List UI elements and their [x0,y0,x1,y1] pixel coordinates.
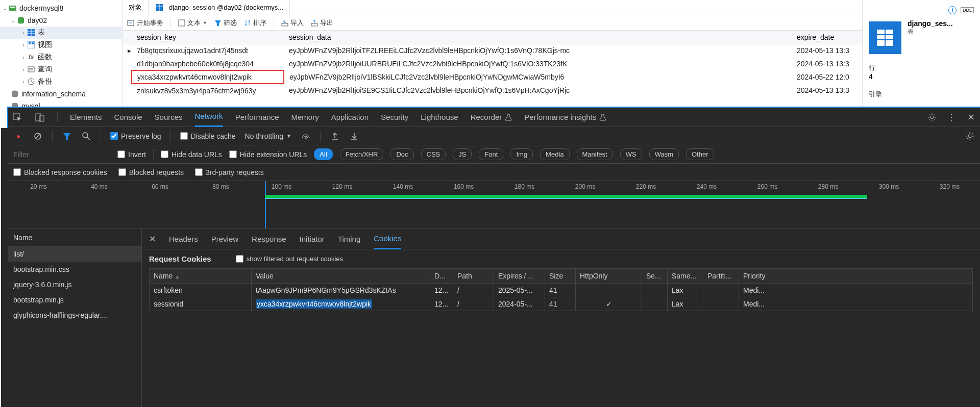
cookie-cell[interactable] [703,297,739,311]
request-item[interactable]: jquery-3.6.0.min.js [8,277,141,292]
cookie-cell[interactable]: 2025-05-... [494,284,545,297]
cookie-col-header[interactable]: Name▲ [150,269,252,284]
device-toggle-icon[interactable] [35,112,45,122]
hide-data-urls-checkbox[interactable]: Hide data URLs [161,150,222,159]
cell-expire-date[interactable]: 2024-05-13 13:3 [792,57,862,70]
cell-session-data[interactable]: eyJpbWFnZV9jb2RlIjoiV1lBSkkiLCJfc2Vzc2lv… [284,70,792,84]
begin-transaction-button[interactable]: 开始事务 [127,18,163,28]
cell-session-key[interactable]: yxca34xrzpwkvrt46cmwov8lnjt2wpik [132,70,284,84]
chip-doc[interactable]: Doc [390,148,413,160]
cookie-cell[interactable] [576,284,642,297]
chip-css[interactable]: CSS [421,148,446,160]
cookie-cell[interactable]: Lax [668,284,703,297]
table-row[interactable]: ▸7b8qtqcsrixuxujqzwo1adnt7j45nsdteyJpbWF… [122,44,862,57]
request-list-header[interactable]: Name [8,229,141,246]
throttling-select[interactable]: No throttling ▼ [245,132,291,140]
blocked-response-cookies-checkbox[interactable]: Blocked response cookies [13,168,107,176]
text-button[interactable]: 文本 ▼ [178,18,207,28]
cell-session-data[interactable]: eyJpbWFnZV9jb2RlIjoiTFZLREEiLCJfc2Vzc2lv… [284,44,792,57]
cookie-cell[interactable] [642,297,668,311]
detail-tab-cookies[interactable]: Cookies [374,229,401,249]
chip-fetch[interactable]: Fetch/XHR [340,148,384,160]
disable-cache-checkbox[interactable]: Disable cache [180,132,236,140]
detail-tab-initiator[interactable]: Initiator [300,229,325,249]
network-conditions-icon[interactable] [301,131,311,141]
table-row[interactable]: znlsukvz8v5x3m3yi4pa76cfm2wj963yeyJpbWFn… [122,84,862,97]
cookie-cell[interactable]: ✓ [576,297,642,311]
chip-other[interactable]: Other [686,148,714,160]
cookie-col-header[interactable]: Same... [668,269,703,284]
tab-objects[interactable]: 对象 [122,0,149,15]
cell-expire-date[interactable]: 2024-05-13 13:3 [792,44,862,57]
devtools-tab-sources[interactable]: Sources [155,113,183,121]
cookie-cell[interactable] [642,284,668,297]
settings-icon[interactable] [965,131,975,141]
cell-session-data[interactable]: eyJpbWFnZV9jb2RlIjoiSE9CS1IiLCJfc2Vzc2lv… [284,84,792,97]
cookie-cell[interactable]: tAapwGn9JPm9P6NGm9Y5pGSRd3sKZtAs [252,284,430,297]
devtools-tab-performance[interactable]: Performance [235,113,279,121]
data-grid[interactable]: session_key session_data expire_date ▸7b… [122,31,862,107]
cell-expire-date[interactable]: 2024-05-13 13:3 [792,84,862,97]
chip-manifest[interactable]: Manifest [577,148,613,160]
cookies-table[interactable]: Name▲ValueD...PathExpires / ...SizeHttpO… [149,268,973,311]
tree-connection[interactable]: ⌄ dockermysql8 [0,2,122,14]
tree-queries[interactable]: › 查询 [0,63,122,75]
devtools-tab-lighthouse[interactable]: Lighthouse [421,113,458,121]
filter-input[interactable] [13,150,110,159]
col-session-data[interactable]: session_data [284,31,792,44]
chip-wasm[interactable]: Wasm [649,148,679,160]
devtools-tab-performance-insights[interactable]: Performance insights [524,113,606,121]
chip-media[interactable]: Media [540,148,569,160]
network-timeline[interactable]: 20 ms40 ms60 ms80 ms100 ms120 ms140 ms16… [8,181,980,229]
record-icon[interactable]: ● [13,131,23,141]
clear-icon[interactable] [33,131,43,141]
cookie-cell[interactable]: / [453,284,494,297]
cookie-cell[interactable]: 12... [430,284,453,297]
cookie-cell[interactable]: sessionid [150,297,252,311]
cookie-cell[interactable]: Medi... [739,297,973,311]
import-button[interactable]: 导入 [281,18,304,28]
chip-img[interactable]: Img [510,148,533,160]
cookie-cell[interactable]: 41 [545,297,576,311]
devtools-tab-recorder[interactable]: Recorder [471,113,512,121]
preserve-log-checkbox[interactable]: Preserve log [110,132,161,140]
search-icon[interactable] [81,131,91,141]
info-icon[interactable]: i [948,6,957,14]
cookie-col-header[interactable]: Priority [739,269,973,284]
request-item[interactable]: bootstrap.min.js [8,292,141,308]
blocked-requests-checkbox[interactable]: Blocked requests [118,168,184,176]
devtools-tab-elements[interactable]: Elements [70,113,102,121]
cookie-cell[interactable] [703,284,739,297]
cookie-row[interactable]: sessionidyxca34xrzpwkvrt46cmwov8lnjt2wpi… [150,297,973,311]
cell-session-key[interactable]: 7b8qtqcsrixuxujqzwo1adnt7j45nsdt [132,44,284,57]
chip-font[interactable]: Font [479,148,503,160]
cookie-col-header[interactable]: Partiti... [703,269,739,284]
cookie-col-header[interactable]: D... [430,269,453,284]
cookie-cell[interactable]: 12... [430,297,453,311]
more-icon[interactable]: ⋮ [946,112,957,122]
cookie-cell[interactable]: 41 [545,284,576,297]
sort-button[interactable]: 排序 [244,18,266,28]
tree-database[interactable]: ⌄ day02 [0,14,122,27]
filter-toggle-icon[interactable] [62,131,72,141]
devtools-tab-network[interactable]: Network [195,108,223,127]
chip-all[interactable]: All [314,148,332,160]
chip-ws[interactable]: WS [620,148,642,160]
cell-session-key[interactable]: znlsukvz8v5x3m3yi4pa76cfm2wj963y [132,84,284,97]
ddl-button[interactable]: DDL [961,7,974,13]
export-button[interactable]: 导出 [311,18,333,28]
detail-tab-response[interactable]: Response [252,229,286,249]
table-row[interactable]: yxca34xrzpwkvrt46cmwov8lnjt2wpikeyJpbWFn… [122,70,862,84]
detail-tab-timing[interactable]: Timing [338,229,360,249]
cookie-col-header[interactable]: HttpOnly [576,269,642,284]
cookie-cell[interactable]: 2024-05-... [494,297,545,311]
tree-functions[interactable]: › fx 函数 [0,51,122,63]
tree-backups[interactable]: › 备份 [0,75,122,88]
cookie-cell[interactable]: Medi... [739,284,973,297]
tree-tables[interactable]: › 表 [0,27,122,39]
cookie-cell[interactable]: csrftoken [150,284,252,297]
tree-other-db-0[interactable]: information_schema [0,88,122,100]
devtools-tab-application[interactable]: Application [331,113,369,121]
col-session-key[interactable]: session_key [132,31,284,44]
settings-icon[interactable] [927,112,937,122]
